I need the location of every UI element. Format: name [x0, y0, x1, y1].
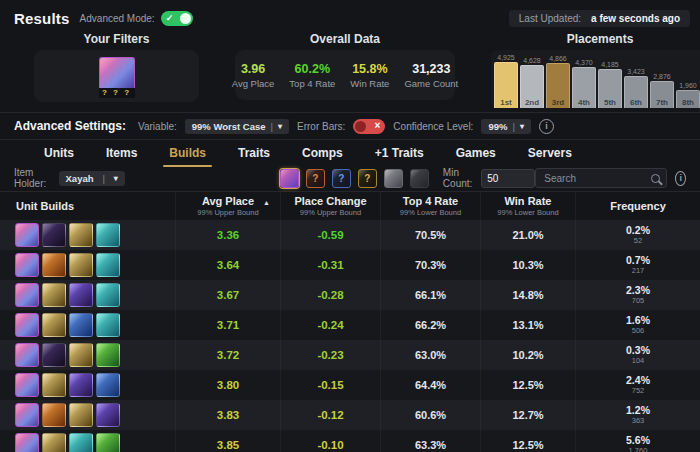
search-icon[interactable] — [651, 174, 660, 183]
table-row[interactable]: 3.36-0.5970.5%21.0%0.2%52 — [0, 220, 700, 250]
summary-panels: Your Filters ? ? ? Overall Data 3.96Avg … — [0, 28, 700, 108]
place-change-value: -0.15 — [317, 379, 343, 391]
table-row[interactable]: 3.64-0.3170.3%10.3%0.7%217 — [0, 250, 700, 280]
table-row[interactable]: 3.80-0.1564.4%12.5%2.4%752 — [0, 370, 700, 400]
frequency-count: 104 — [632, 356, 645, 365]
avg-place-value: 3.83 — [217, 409, 239, 421]
search-input[interactable] — [542, 172, 647, 185]
avg-place-cell: 3.36 — [175, 220, 280, 250]
info-icon[interactable]: i — [539, 119, 554, 134]
tab--1-traits[interactable]: +1 Traits — [361, 142, 438, 164]
item-holder-value: Xayah — [66, 173, 94, 184]
avg-place-value: 3.67 — [217, 289, 239, 301]
top4-rate-value: 66.1% — [415, 289, 446, 301]
column-header-unit-builds[interactable]: Unit Builds — [0, 192, 175, 220]
builds-toolbar: Item Holder: Xayah | ▾ ??? Min Count: i — [0, 165, 700, 191]
item-slot-filter-icon-1[interactable]: ? — [306, 169, 325, 188]
results-page: Results Advanced Mode: ✓ Last Updated: a… — [0, 0, 700, 452]
cross-icon: × — [375, 121, 381, 131]
top4-rate-cell: 63.3% — [380, 430, 480, 452]
variable-select[interactable]: 99% Worst Case | ▾ — [185, 119, 289, 134]
bar-value-label: 4,866 — [549, 55, 567, 62]
your-filters-title: Your Filters — [34, 32, 199, 46]
column-header-win-rate[interactable]: Win Rate99% Lower Bound — [480, 192, 575, 220]
column-header-sublabel: 99% Lower Bound — [400, 208, 461, 217]
column-header-frequency[interactable]: Frequency — [575, 192, 700, 220]
frequency-percent: 0.7% — [626, 255, 650, 267]
blue-item-icon — [96, 373, 120, 397]
unit-build-icons — [0, 400, 175, 430]
avg-place-cell: 3.71 — [175, 310, 280, 340]
bar-category-label: 3rd — [552, 98, 564, 107]
stat-value: 60.2% — [295, 62, 330, 76]
win-rate-cell: 13.1% — [480, 310, 575, 340]
xayah-unit-icon — [15, 253, 39, 277]
table-row[interactable]: 3.83-0.1260.6%12.7%1.2%363 — [0, 400, 700, 430]
frequency-cell: 1.6%506 — [575, 310, 700, 340]
sword-item-icon — [42, 283, 66, 307]
place-change-value: -0.10 — [317, 439, 343, 451]
top4-rate-value: 66.2% — [415, 319, 446, 331]
place-change-value: -0.28 — [317, 289, 343, 301]
item-slot-filter-icon-3[interactable]: ? — [358, 169, 377, 188]
tab-items[interactable]: Items — [92, 142, 151, 164]
orange-item-icon — [42, 253, 66, 277]
table-row[interactable]: 3.72-0.2363.0%10.2%0.3%104 — [0, 340, 700, 370]
table-row[interactable]: 3.85-0.1063.3%12.5%5.6%1,760 — [0, 430, 700, 452]
placement-bar: 8th — [676, 90, 700, 108]
top4-rate-cell: 66.1% — [380, 280, 480, 310]
teal-item-icon — [96, 253, 120, 277]
advanced-mode-toggle[interactable]: ✓ — [161, 11, 193, 26]
confidence-level-select[interactable]: 99% | ▾ — [481, 119, 531, 134]
min-count-input[interactable] — [481, 169, 535, 188]
placements-chart: 4,9251st4,6282nd4,8663rd4,3704th4,1855th… — [491, 50, 700, 108]
column-header-top-4-rate[interactable]: Top 4 Rate99% Lower Bound — [380, 192, 480, 220]
avg-place-cell: 3.85 — [175, 430, 280, 452]
table-row[interactable]: 3.71-0.2466.2%13.1%1.6%506 — [0, 310, 700, 340]
xayah-unit-icon — [15, 433, 39, 452]
overall-stat: 15.8%Win Rate — [350, 62, 389, 89]
win-rate-value: 14.8% — [512, 289, 543, 301]
error-bars-toggle[interactable]: × — [353, 119, 385, 134]
tab-traits[interactable]: Traits — [224, 142, 284, 164]
last-updated-label: Last Updated: — [519, 13, 581, 24]
filter-unit[interactable]: ? ? ? — [99, 57, 135, 98]
place-change-value: -0.23 — [317, 349, 343, 361]
table-row[interactable]: 3.67-0.2866.1%14.8%2.3%705 — [0, 280, 700, 310]
tab-servers[interactable]: Servers — [514, 142, 586, 164]
top4-rate-cell: 64.4% — [380, 370, 480, 400]
tab-builds[interactable]: Builds — [155, 142, 220, 164]
column-header-avg-place[interactable]: Avg Place99% Upper Bound▲ — [175, 192, 280, 220]
column-header-place-change[interactable]: Place Change99% Upper Bound — [280, 192, 380, 220]
placement-bar: 4th — [572, 67, 596, 108]
tab-games[interactable]: Games — [442, 142, 510, 164]
purplebow-item-icon — [96, 403, 120, 427]
xayah-filter-icon[interactable] — [280, 169, 299, 188]
info-icon[interactable]: i — [675, 171, 686, 186]
tab-units[interactable]: Units — [30, 142, 88, 164]
bar-value-label: 1,960 — [679, 82, 697, 89]
placement-bar-column: 4,6282nd — [520, 57, 544, 108]
xayah-unit-icon — [15, 283, 39, 307]
frequency-count: 705 — [632, 296, 645, 305]
bar-category-label: 6th — [630, 98, 642, 107]
place-change-value: -0.24 — [317, 319, 343, 331]
emblem-filter-icon[interactable] — [410, 169, 429, 188]
stat-value: 3.96 — [241, 62, 265, 76]
top-bar: Results Advanced Mode: ✓ Last Updated: a… — [0, 0, 700, 28]
sort-ascending-icon: ▲ — [263, 199, 270, 206]
item-slot-filter-icon-2[interactable]: ? — [332, 169, 351, 188]
item-holder-select[interactable]: Xayah | ▾ — [59, 171, 125, 186]
top4-rate-value: 63.0% — [415, 349, 446, 361]
any-item-filter-icon[interactable] — [384, 169, 403, 188]
build-filter-icons: ??? — [280, 169, 429, 188]
overall-stat: 60.2%Top 4 Rate — [289, 62, 335, 89]
unit-build-icons — [0, 340, 175, 370]
overall-stats: 3.96Avg Place60.2%Top 4 Rate15.8%Win Rat… — [235, 50, 455, 100]
tab-comps[interactable]: Comps — [288, 142, 357, 164]
item-holder-label: Item Holder: — [14, 167, 51, 189]
unit-build-icons — [0, 430, 175, 452]
frequency-percent: 0.3% — [626, 345, 650, 357]
select-divider: | — [512, 121, 514, 132]
column-header-sublabel: 99% Upper Bound — [197, 208, 258, 217]
